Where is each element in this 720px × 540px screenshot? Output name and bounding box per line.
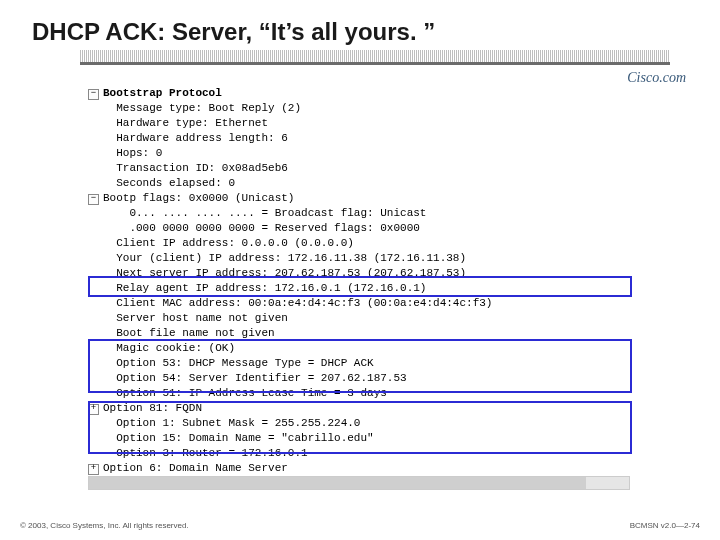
cisco-logo-text: Cisco.com (627, 70, 686, 86)
packet-line: Boot file name not given (88, 326, 648, 341)
packet-line: Client IP address: 0.0.0.0 (0.0.0.0) (88, 236, 648, 251)
packet-line: Your (client) IP address: 172.16.11.38 (… (88, 251, 648, 266)
packet-line: Hops: 0 (88, 146, 648, 161)
separator-rule (80, 62, 670, 65)
packet-line: Seconds elapsed: 0 (88, 176, 648, 191)
hscrollbar[interactable] (88, 476, 630, 490)
packet-line: −Bootstrap Protocol (88, 86, 648, 101)
packet-line: −Bootp flags: 0x0000 (Unicast) (88, 191, 648, 206)
packet-line: Option 54: Server Identifier = 207.62.18… (88, 371, 648, 386)
packet-line-text: Client IP address: 0.0.0.0 (0.0.0.0) (103, 237, 354, 249)
slide-title: DHCP ACK: Server, “It’s all yours. ” (32, 18, 435, 46)
packet-line-text: Hardware address length: 6 (103, 132, 288, 144)
packet-line: Server host name not given (88, 311, 648, 326)
packet-line-text: Option 81: FQDN (103, 402, 202, 414)
slide: DHCP ACK: Server, “It’s all yours. ” Cis… (0, 0, 720, 540)
packet-line-text: Option 3: Router = 172.16.0.1 (103, 447, 308, 459)
expand-icon[interactable]: + (88, 464, 99, 475)
collapse-icon[interactable]: − (88, 194, 99, 205)
packet-line-text: Server host name not given (103, 312, 288, 324)
packet-line-text: Bootstrap Protocol (103, 87, 222, 99)
packet-line-text: Seconds elapsed: 0 (103, 177, 235, 189)
packet-line: .000 0000 0000 0000 = Reserved flags: 0x… (88, 221, 648, 236)
packet-line-text: Transaction ID: 0x08ad5eb6 (103, 162, 288, 174)
packet-line-text: Relay agent IP address: 172.16.0.1 (172.… (103, 282, 426, 294)
packet-line: +Option 6: Domain Name Server (88, 461, 648, 476)
packet-line-text: Option 6: Domain Name Server (103, 462, 288, 474)
packet-line-text: Option 1: Subnet Mask = 255.255.224.0 (103, 417, 360, 429)
hscrollbar-thumb[interactable] (89, 477, 586, 489)
packet-line: Transaction ID: 0x08ad5eb6 (88, 161, 648, 176)
packet-line-text: Bootp flags: 0x0000 (Unicast) (103, 192, 294, 204)
packet-line: Relay agent IP address: 172.16.0.1 (172.… (88, 281, 648, 296)
packet-line-text: Boot file name not given (103, 327, 275, 339)
packet-line: Magic cookie: (OK) (88, 341, 648, 356)
packet-line: +Option 81: FQDN (88, 401, 648, 416)
packet-line: Message type: Boot Reply (2) (88, 101, 648, 116)
packet-line-text: Message type: Boot Reply (2) (103, 102, 301, 114)
packet-line-text: Hops: 0 (103, 147, 162, 159)
collapse-icon[interactable]: − (88, 89, 99, 100)
packet-line-text: 0... .... .... .... = Broadcast flag: Un… (103, 207, 426, 219)
packet-line-text: Client MAC address: 00:0a:e4:d4:4c:f3 (0… (103, 297, 492, 309)
packet-line: Next server IP address: 207.62.187.53 (2… (88, 266, 648, 281)
packet-line-text: Your (client) IP address: 172.16.11.38 (… (103, 252, 466, 264)
packet-line-text: Next server IP address: 207.62.187.53 (2… (103, 267, 466, 279)
packet-line-text: .000 0000 0000 0000 = Reserved flags: 0x… (103, 222, 420, 234)
footer-copyright: © 2003, Cisco Systems, Inc. All rights r… (20, 521, 189, 530)
packet-line: Hardware address length: 6 (88, 131, 648, 146)
packet-line: Option 15: Domain Name = "cabrillo.edu" (88, 431, 648, 446)
packet-line-text: Option 15: Domain Name = "cabrillo.edu" (103, 432, 374, 444)
packet-line: Option 3: Router = 172.16.0.1 (88, 446, 648, 461)
packet-line-text: Option 53: DHCP Message Type = DHCP ACK (103, 357, 374, 369)
packet-line-text: Magic cookie: (OK) (103, 342, 235, 354)
packet-line: Option 51: IP Address Lease Time = 3 day… (88, 386, 648, 401)
packet-line-text: Option 51: IP Address Lease Time = 3 day… (103, 387, 387, 399)
expand-icon[interactable]: + (88, 404, 99, 415)
packet-line: Option 53: DHCP Message Type = DHCP ACK (88, 356, 648, 371)
packet-line: Client MAC address: 00:0a:e4:d4:4c:f3 (0… (88, 296, 648, 311)
packet-line-text: Hardware type: Ethernet (103, 117, 268, 129)
packet-tree: −Bootstrap Protocol Message type: Boot R… (88, 86, 648, 491)
packet-line: 0... .... .... .... = Broadcast flag: Un… (88, 206, 648, 221)
footer-course-code: BCMSN v2.0—2-74 (630, 521, 700, 530)
packet-line: Hardware type: Ethernet (88, 116, 648, 131)
packet-line: Option 1: Subnet Mask = 255.255.224.0 (88, 416, 648, 431)
packet-line-text: Option 54: Server Identifier = 207.62.18… (103, 372, 407, 384)
